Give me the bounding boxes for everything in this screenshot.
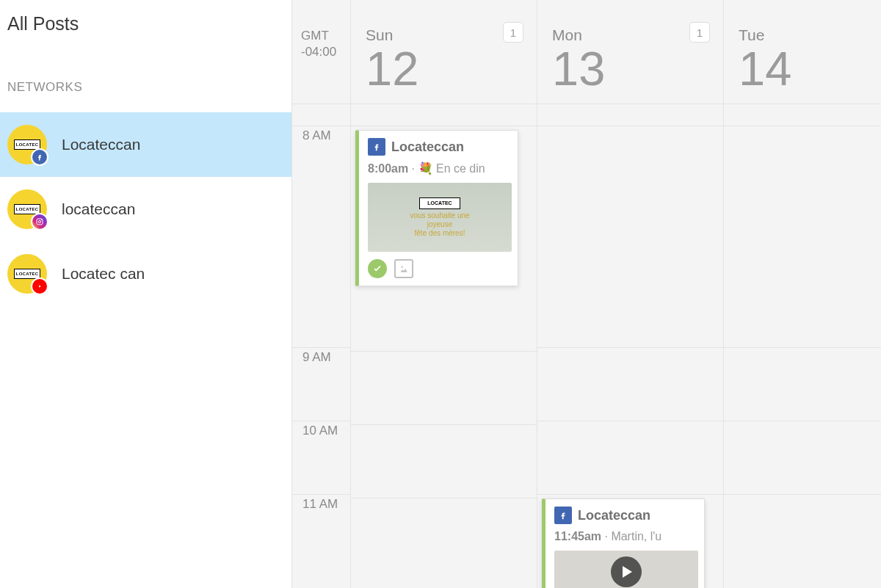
- day-badge: 1: [503, 22, 523, 43]
- calendar-cell[interactable]: [724, 495, 881, 588]
- network-item-instagram[interactable]: LOCATEC locateccan: [0, 177, 291, 242]
- time-column: 8 AM 9 AM 10 AM 11 AM: [292, 104, 351, 588]
- image-icon[interactable]: [394, 259, 413, 278]
- network-name: locateccan: [62, 200, 135, 218]
- calendar-cell[interactable]: [724, 421, 881, 495]
- time-label: 9 AM: [292, 348, 350, 421]
- network-item-youtube[interactable]: LOCATEC Locatec can: [0, 242, 291, 306]
- calendar-cell[interactable]: [351, 498, 537, 588]
- calendar-cell[interactable]: [537, 421, 723, 495]
- calendar-cell[interactable]: [724, 348, 881, 421]
- post-meta: 8:00am · 💐 En ce din: [368, 161, 509, 175]
- calendar: GMT -04:00 Sun 12 1 Mon 13 1 Tue 14 8 AM…: [291, 0, 881, 588]
- day-column-mon: Locateccan 11:45am · Martin, l'u: [537, 104, 724, 588]
- day-number: 14: [739, 41, 881, 96]
- post-time: 11:45am: [554, 530, 601, 542]
- image-text: fête des mères!: [415, 229, 465, 238]
- post-meta: 11:45am · Martin, l'u: [554, 530, 695, 543]
- all-posts-heading: All Posts: [0, 13, 291, 35]
- facebook-icon: [31, 148, 48, 166]
- svg-point-3: [402, 266, 403, 268]
- day-column-sun: Locateccan 8:00am · 💐 En ce din LOCATEC …: [351, 104, 537, 588]
- post-card[interactable]: Locateccan 8:00am · 💐 En ce din LOCATEC …: [355, 130, 518, 286]
- calendar-cell[interactable]: [537, 104, 723, 126]
- calendar-cell[interactable]: [537, 126, 723, 348]
- calendar-header: GMT -04:00 Sun 12 1 Mon 13 1 Tue 14: [292, 0, 881, 104]
- calendar-cell[interactable]: [351, 425, 537, 498]
- day-badge: 1: [689, 22, 710, 43]
- youtube-icon: [31, 277, 48, 295]
- sidebar: All Posts NETWORKS LOCATEC Locateccan LO…: [0, 0, 291, 588]
- networks-label: NETWORKS: [0, 80, 291, 95]
- post-preview: Martin, l'u: [611, 530, 661, 542]
- facebook-icon: [554, 507, 572, 524]
- timezone-cell: GMT -04:00: [292, 0, 351, 104]
- network-avatar: LOCATEC: [7, 254, 47, 294]
- play-icon[interactable]: [611, 556, 642, 587]
- time-label: 8 AM: [292, 126, 350, 348]
- timezone-line1: GMT: [301, 28, 350, 44]
- time-label: 10 AM: [292, 421, 350, 495]
- calendar-cell[interactable]: [351, 104, 537, 126]
- timezone-line2: -04:00: [301, 44, 350, 60]
- calendar-body: 8 AM 9 AM 10 AM 11 AM Locateccan 8:00am …: [292, 104, 881, 588]
- day-header-tue[interactable]: Tue 14: [724, 0, 881, 104]
- post-account: Locateccan: [391, 139, 464, 155]
- calendar-cell[interactable]: [351, 352, 537, 425]
- post-time: 8:00am: [368, 162, 408, 175]
- calendar-cell[interactable]: Locateccan 11:45am · Martin, l'u: [537, 498, 723, 588]
- network-name: Locateccan: [62, 136, 140, 153]
- calendar-cell[interactable]: [724, 104, 881, 126]
- day-header-mon[interactable]: Mon 13 1: [537, 0, 724, 104]
- network-item-facebook[interactable]: LOCATEC Locateccan: [0, 112, 291, 177]
- calendar-cell[interactable]: Locateccan 8:00am · 💐 En ce din LOCATEC …: [351, 130, 537, 352]
- svg-point-1: [38, 220, 40, 222]
- image-text: joyeuse: [427, 220, 452, 229]
- calendar-cell[interactable]: [724, 126, 881, 348]
- day-header-sun[interactable]: Sun 12 1: [351, 0, 537, 104]
- network-name: Locatec can: [62, 265, 145, 283]
- post-account: Locateccan: [578, 508, 650, 523]
- network-avatar: LOCATEC: [7, 189, 47, 229]
- facebook-icon: [368, 138, 385, 156]
- post-card[interactable]: Locateccan 11:45am · Martin, l'u: [542, 498, 705, 588]
- post-image: LOCATEC vous souhaite une joyeuse fête d…: [368, 183, 512, 252]
- day-column-tue: [724, 104, 881, 588]
- network-avatar: LOCATEC: [7, 125, 47, 164]
- post-emoji: 💐: [418, 162, 433, 175]
- post-actions: [368, 259, 509, 278]
- post-preview: En ce din: [436, 162, 485, 175]
- time-label: 11 AM: [292, 495, 350, 588]
- image-text: LOCATEC: [419, 197, 460, 209]
- day-number: 13: [552, 41, 711, 96]
- day-number: 12: [366, 41, 525, 96]
- image-text: vous souhaite une: [410, 211, 469, 220]
- calendar-cell[interactable]: [537, 348, 723, 421]
- post-image: [554, 551, 698, 588]
- instagram-icon: [31, 213, 48, 231]
- svg-point-2: [41, 219, 42, 220]
- check-icon[interactable]: [368, 259, 387, 278]
